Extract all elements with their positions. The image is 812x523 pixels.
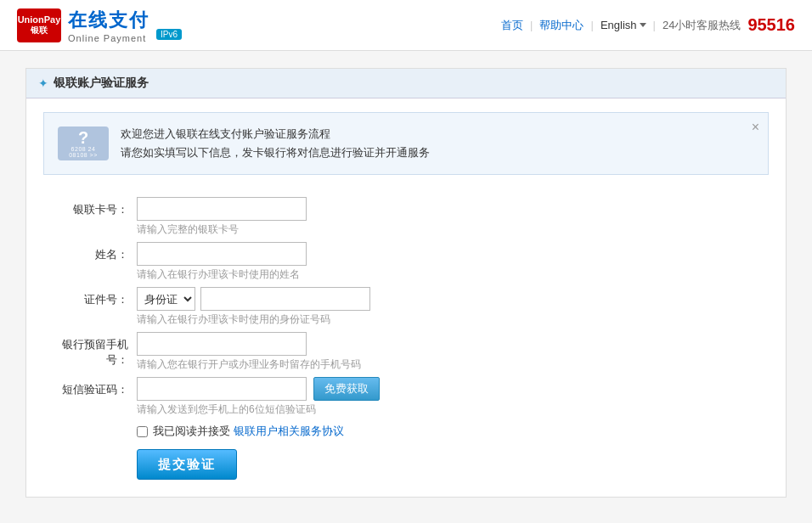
sms-hint: 请输入发送到您手机上的6位短信验证码	[137, 402, 380, 417]
phone-hint: 请输入您在银行开户或办理业务时留存的手机号码	[137, 357, 361, 372]
sms-label: 短信验证码：	[43, 377, 137, 397]
phone-field-area: 请输入您在银行开户或办理业务时留存的手机号码	[137, 332, 361, 372]
submit-button[interactable]: 提交验证	[137, 449, 237, 480]
page-body: ✦ 银联账户验证服务 ? 6208 24 08108 >> 欢迎您进入银联在线支…	[0, 51, 812, 515]
nav-home-link[interactable]: 首页	[501, 18, 523, 33]
sms-field-area: 免费获取 请输入发送到您手机上的6位短信验证码	[137, 377, 380, 417]
name-hint: 请输入在银行办理该卡时使用的姓名	[137, 267, 307, 282]
unionpay-logo: UnionPay 银联	[17, 8, 61, 42]
hotline-label: 24小时客服热线	[663, 18, 741, 33]
id-hint: 请输入在银行办理该卡时使用的身份证号码	[137, 312, 370, 327]
id-row: 证件号： 身份证 请输入在银行办理该卡时使用的身份证号码	[43, 287, 769, 327]
get-sms-code-button[interactable]: 免费获取	[313, 377, 380, 401]
name-field-area: 请输入在银行办理该卡时使用的姓名	[137, 242, 307, 282]
info-banner: ? 6208 24 08108 >> 欢迎您进入银联在线支付账户验证服务流程 请…	[43, 112, 769, 175]
info-text: 欢迎您进入银联在线支付账户验证服务流程 请您如实填写以下信息，发卡银行将对信息进…	[121, 125, 754, 162]
sms-code-input[interactable]	[137, 377, 307, 401]
logo-text: 在线支付 Online Payment	[68, 8, 149, 43]
section-header-icon: ✦	[38, 76, 48, 90]
nav-help-link[interactable]: 帮助中心	[539, 18, 584, 33]
info-close-button[interactable]: ×	[752, 120, 759, 135]
phone-label: 银行预留手机号：	[43, 332, 137, 368]
ipv6-badge: IPv6	[156, 29, 182, 40]
section-title: 银联账户验证服务	[54, 76, 149, 91]
header: UnionPay 银联 在线支付 Online Payment IPv6 首页 …	[0, 0, 812, 51]
id-field-area: 身份证 请输入在银行办理该卡时使用的身份证号码	[137, 287, 370, 327]
logo-main-text: 在线支付	[68, 8, 149, 33]
id-type-select[interactable]: 身份证	[137, 287, 195, 311]
phone-input[interactable]	[137, 332, 307, 356]
name-label: 姓名：	[43, 242, 137, 262]
info-line2: 请您如实填写以下信息，发卡银行将对信息进行验证并开通服务	[121, 143, 754, 162]
id-type-row: 身份证	[137, 287, 370, 311]
section-header: ✦ 银联账户验证服务	[26, 69, 786, 98]
card-number-line2: 08108 >>	[69, 152, 98, 158]
name-input[interactable]	[137, 242, 307, 266]
agree-label: 我已阅读并接受 银联用户相关服务协议	[153, 424, 344, 439]
card-number-input[interactable]	[137, 197, 307, 221]
logo-sub-text: Online Payment	[68, 33, 149, 43]
card-question-mark: ?	[78, 129, 88, 146]
card-number-label: 银联卡号：	[43, 197, 137, 217]
language-label: English	[601, 19, 637, 31]
language-dropdown-arrow	[640, 23, 646, 27]
logo-area: UnionPay 银联 在线支付 Online Payment IPv6	[17, 8, 182, 43]
section-box: ✦ 银联账户验证服务 ? 6208 24 08108 >> 欢迎您进入银联在线支…	[25, 68, 787, 498]
agree-link[interactable]: 银联用户相关服务协议	[234, 425, 344, 437]
phone-row: 银行预留手机号： 请输入您在银行开户或办理业务时留存的手机号码	[43, 332, 769, 372]
form-area: 银联卡号： 请输入完整的银联卡号 姓名： 请输入在银行办理该卡时使用的姓名 证件…	[26, 188, 786, 497]
name-row: 姓名： 请输入在银行办理该卡时使用的姓名	[43, 242, 769, 282]
language-selector[interactable]: English	[601, 19, 646, 31]
header-nav: 首页 | 帮助中心 | English | 24小时客服热线 95516	[501, 15, 795, 35]
sms-input-row: 免费获取	[137, 377, 380, 401]
id-number-input[interactable]	[200, 287, 370, 311]
info-line1: 欢迎您进入银联在线支付账户验证服务流程	[121, 125, 754, 143]
hotline-number: 95516	[747, 15, 795, 35]
submit-area: 提交验证	[137, 449, 769, 480]
id-label: 证件号：	[43, 287, 137, 307]
card-number-row: 银联卡号： 请输入完整的银联卡号	[43, 197, 769, 237]
card-illustration: ? 6208 24 08108 >>	[58, 127, 109, 160]
sms-row: 短信验证码： 免费获取 请输入发送到您手机上的6位短信验证码	[43, 377, 769, 417]
agreement-row: 我已阅读并接受 银联用户相关服务协议	[137, 424, 769, 439]
agree-checkbox[interactable]	[137, 426, 148, 437]
card-number-line1: 6208 24	[71, 146, 96, 152]
card-number-hint: 请输入完整的银联卡号	[137, 222, 307, 237]
agree-text: 我已阅读并接受	[153, 425, 230, 437]
card-number-field-area: 请输入完整的银联卡号	[137, 197, 307, 237]
